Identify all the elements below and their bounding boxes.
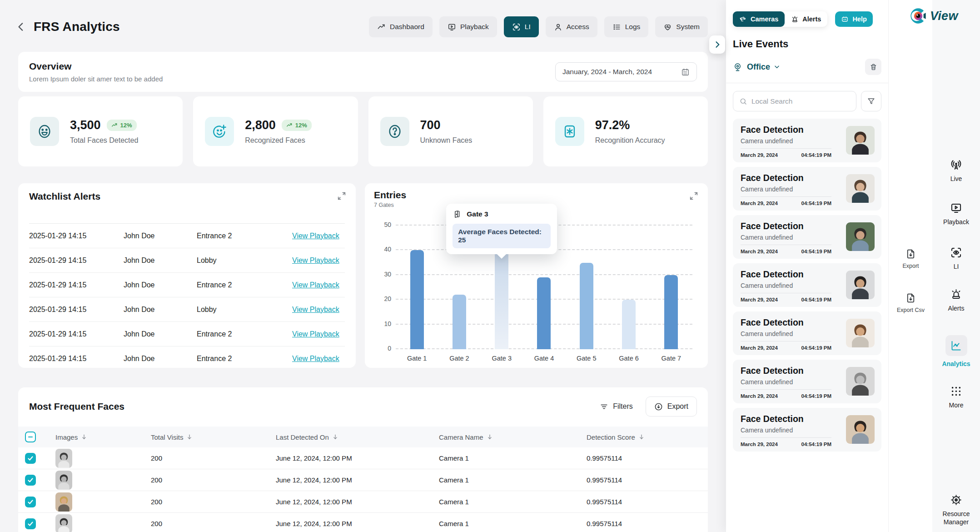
- cell-location: Lobby: [197, 306, 292, 314]
- tooltip-gate-label: Gate 3: [467, 210, 488, 218]
- row-checkbox[interactable]: [25, 497, 36, 507]
- bar-slot: [650, 226, 692, 349]
- rail-item-li[interactable]: LI: [932, 246, 980, 271]
- table-row: 2025-01-29 14:15 John Doe Entrance 2 Vie…: [29, 224, 345, 248]
- events-filter-button[interactable]: [861, 91, 881, 111]
- entries-chart-panel: Entries 7 Gates 50403020100 Gate 3: [365, 183, 708, 368]
- help-button[interactable]: Help: [835, 11, 872, 27]
- cell-last-detected: June 12, 2024, 12:00 PM: [276, 454, 439, 462]
- event-time: 04:54:19 PM: [801, 297, 831, 302]
- x-tick-label: Gate 2: [438, 355, 480, 362]
- tab-dashbaord[interactable]: Dashbaord: [369, 16, 433, 37]
- bar-slot: [607, 226, 650, 349]
- export-button[interactable]: Export: [889, 248, 933, 269]
- expand-icon[interactable]: [689, 191, 699, 201]
- tab-system[interactable]: System: [655, 16, 708, 37]
- divider: [741, 196, 831, 197]
- bar-gate-1[interactable]: [410, 250, 424, 349]
- panel-collapse-button[interactable]: [709, 35, 725, 54]
- column-header[interactable]: Last Detected On: [276, 433, 439, 441]
- bar-gate-6[interactable]: [622, 300, 636, 349]
- download-icon: [654, 402, 663, 411]
- stat-value: 2,800: [245, 118, 276, 132]
- rail-item-alerts[interactable]: Alerts: [932, 288, 980, 313]
- live-events-title: Live Events: [733, 38, 881, 50]
- rail-item-live[interactable]: Live: [932, 159, 980, 183]
- rail-item-playback[interactable]: Playback: [932, 202, 980, 226]
- row-checkbox[interactable]: [25, 453, 36, 464]
- row-checkbox[interactable]: [25, 475, 36, 486]
- table-row: 200 June 12, 2024, 12:00 PM Camera 1 0.9…: [18, 469, 708, 491]
- face-photo: [846, 174, 875, 203]
- cell-name: John Doe: [124, 355, 197, 363]
- rail-item-analytics[interactable]: Analytics: [932, 335, 980, 368]
- divider: [726, 83, 888, 83]
- view-eye-logo-icon: [909, 7, 927, 25]
- local-search-input[interactable]: [751, 97, 850, 105]
- bar-gate-4[interactable]: [537, 277, 551, 349]
- back-button[interactable]: [15, 20, 28, 34]
- cell-total-visits: 200: [151, 454, 276, 462]
- x-tick-label: Gate 3: [481, 355, 523, 362]
- rail-item-more[interactable]: More: [932, 385, 980, 410]
- view-playback-link[interactable]: View Playback: [292, 306, 339, 313]
- face-detection-card[interactable]: Face Detection Camera undefined March 29…: [733, 311, 881, 355]
- bar-gate-2[interactable]: [453, 295, 466, 349]
- cell-name: John Doe: [124, 232, 197, 240]
- sort-down-icon: [186, 434, 193, 440]
- rail-item-resource-manager[interactable]: Resource Manager: [932, 494, 980, 526]
- face-detection-card[interactable]: Face Detection Camera undefined March 29…: [733, 167, 881, 211]
- face-photo: [846, 319, 875, 347]
- stat-card: 3,500 12% Total Faces Detected: [18, 96, 183, 166]
- bar-gate-3[interactable]: [495, 248, 508, 349]
- trend-up-icon: [111, 122, 118, 129]
- date-range-picker[interactable]: January, 2024 - March, 2024: [555, 62, 697, 81]
- clear-events-button[interactable]: [865, 59, 881, 75]
- tab-playback[interactable]: Playback: [439, 16, 497, 37]
- view-playback-link[interactable]: View Playback: [292, 330, 339, 338]
- bar-gate-7[interactable]: [664, 275, 678, 349]
- view-playback-link[interactable]: View Playback: [292, 232, 339, 240]
- face-detection-card[interactable]: Face Detection Camera undefined March 29…: [733, 360, 881, 403]
- cell-camera-name: Camera 1: [439, 454, 587, 462]
- face-detection-card[interactable]: Face Detection Camera undefined March 29…: [733, 408, 881, 452]
- export-csv-button[interactable]: Export Csv: [889, 292, 933, 313]
- face-detection-card[interactable]: Face Detection Camera undefined March 29…: [733, 263, 881, 307]
- expand-icon[interactable]: [337, 191, 347, 201]
- select-all-checkbox[interactable]: [25, 432, 36, 442]
- stat-value: 700: [420, 118, 441, 132]
- trend-up-icon: [286, 122, 293, 129]
- tab-cameras[interactable]: Cameras: [733, 11, 785, 27]
- column-header[interactable]: Detection Score: [587, 433, 708, 441]
- faces-title: Most Frequent Faces: [29, 401, 124, 412]
- tab-alerts[interactable]: Alerts: [785, 11, 827, 27]
- app-header: FRS Analytics DashbaordPlaybackLIAccessL…: [0, 0, 725, 37]
- column-header[interactable]: Camera Name: [439, 433, 587, 441]
- view-playback-link[interactable]: View Playback: [292, 281, 339, 289]
- tab-logs[interactable]: Logs: [604, 16, 649, 37]
- view-playback-link[interactable]: View Playback: [292, 355, 339, 362]
- column-header[interactable]: Total Visits: [151, 433, 276, 441]
- chevron-left-icon: [15, 21, 27, 33]
- face-detection-card[interactable]: Face Detection Camera undefined March 29…: [733, 215, 881, 259]
- view-playback-link[interactable]: View Playback: [292, 256, 339, 264]
- column-header[interactable]: Images: [55, 433, 151, 441]
- export-button[interactable]: Export: [646, 396, 697, 417]
- filters-button[interactable]: Filters: [600, 402, 633, 411]
- face-detection-card[interactable]: Face Detection Camera undefined March 29…: [733, 119, 881, 162]
- bar-gate-5[interactable]: [580, 263, 593, 349]
- table-row: 200 June 12, 2024, 12:00 PM Camera 1 0.9…: [18, 447, 708, 469]
- y-tick-label: 40: [377, 246, 391, 253]
- trend-badge: 12%: [107, 120, 137, 131]
- row-checkbox[interactable]: [25, 518, 36, 529]
- watchlist-alerts-panel: Watchlist Alerts 2025-01-29 14:15 John D…: [18, 183, 356, 368]
- grid-dots-icon: [950, 385, 962, 397]
- x-tick-label: Gate 7: [650, 355, 692, 362]
- stat-label: Unknown Faces: [420, 136, 473, 145]
- tab-access[interactable]: Access: [546, 16, 597, 37]
- entries-title: Entries: [374, 190, 699, 201]
- tab-li[interactable]: LI: [504, 16, 539, 37]
- location-dropdown[interactable]: Office: [747, 62, 770, 72]
- live-event-list: Face Detection Camera undefined March 29…: [733, 119, 881, 452]
- file-download-icon: [905, 292, 916, 304]
